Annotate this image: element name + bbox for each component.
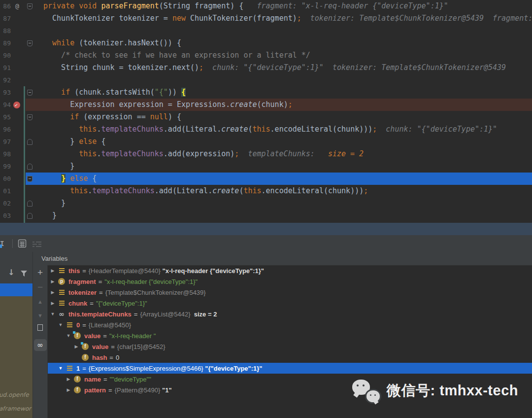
expand-arrow-icon[interactable]: ▼	[57, 366, 65, 371]
code-line[interactable]: 87 ChunkTokenizer tokenizer = new ChunkT…	[0, 12, 532, 25]
code-line-body[interactable]: } else {	[26, 136, 532, 148]
variable-row[interactable]: ▶fvalue={char[15]@5452}	[48, 341, 532, 352]
expand-arrow-icon[interactable]: ▶	[65, 387, 72, 392]
code-segment: Expression expression = Expressions.	[43, 100, 230, 109]
library-frames-block[interactable]	[0, 296, 33, 418]
frame-row-selected[interactable]	[0, 283, 33, 296]
fold-marker-icon[interactable]	[27, 201, 33, 207]
breakpoint-icon[interactable]	[13, 102, 20, 108]
equals-sign: =	[82, 365, 86, 372]
code-line[interactable]: 91 String chunk = tokenizer.next();chunk…	[0, 62, 532, 74]
field-bars-icon	[59, 268, 65, 273]
code-line-body[interactable]: if (chunk.startsWith("{")) {	[26, 86, 532, 99]
code-line-body[interactable]: } else {	[26, 173, 532, 185]
frame-text-clipped: ud.openfe	[0, 391, 33, 399]
code-line[interactable]: 99 }	[0, 160, 532, 173]
code-line[interactable]: 95 if (expression == null) {	[0, 111, 532, 123]
filter-funnel-icon[interactable]	[21, 270, 27, 279]
code-line-body[interactable]: if (expression == null) {	[26, 111, 532, 123]
code-line[interactable]: 97 } else {	[0, 136, 532, 148]
code-line[interactable]: 92	[0, 74, 532, 86]
expand-arrow-icon[interactable]: ▼	[65, 333, 72, 338]
code-line-body[interactable]: Expression expression = Expressions.crea…	[26, 99, 532, 111]
code-editor[interactable]: 86@private void parseFragment(String fra…	[0, 0, 532, 223]
expand-arrow-icon[interactable]: ▶	[49, 279, 57, 284]
code-line-body[interactable]: /* check to see if we have an expression…	[26, 49, 532, 62]
splitter[interactable]	[0, 223, 532, 235]
code-line-body[interactable]: ChunkTokenizer tokenizer = new ChunkToke…	[26, 12, 532, 25]
variable-row[interactable]: ▼∞this.templateChunks={ArrayList@5442} s…	[48, 309, 532, 319]
sort-down-icon[interactable]: ↓	[8, 268, 14, 278]
fold-marker-icon[interactable]	[27, 40, 33, 46]
line-number: 93	[0, 86, 11, 99]
expand-arrow-icon[interactable]: ▶	[49, 268, 57, 273]
text-cursor-icon[interactable]: I	[0, 239, 7, 248]
variable-name: this.templateChunks	[68, 311, 132, 318]
code-line[interactable]: 89 while (tokenizer.hasNext()) {	[0, 37, 532, 49]
code-line-body[interactable]: this.templateChunks.add(Literal.create(t…	[26, 123, 532, 136]
fold-marker-icon[interactable]	[27, 3, 33, 9]
expand-arrow-icon[interactable]: ▼	[57, 322, 65, 327]
variable-value: "1"	[162, 386, 172, 394]
code-line[interactable]: 01 this.templateChunks.add(Literal.creat…	[0, 185, 532, 197]
line-number: 90	[0, 49, 11, 62]
fold-marker-icon[interactable]	[27, 90, 33, 96]
variable-row[interactable]: ▶chunk="{"deviceType":1}"	[48, 298, 532, 309]
variable-row[interactable]: ▼0={Literal@5450}	[48, 319, 532, 330]
code-segment: ;	[199, 63, 203, 72]
variable-row[interactable]: ▶this={HeaderTemplate@5440} "x-l-req-hea…	[48, 265, 532, 276]
code-line-body[interactable]: while (tokenizer.hasNext()) {	[26, 37, 532, 49]
variable-row[interactable]: ▼1={Expressions$SimpleExpression@5466} "…	[48, 363, 532, 374]
code-line[interactable]: 96 this.templateChunks.add(Literal.creat…	[0, 123, 532, 136]
gutter-cell: 01	[0, 185, 26, 197]
show-watches-button[interactable]: ∞	[33, 339, 47, 351]
code-line[interactable]: 86@private void parseFragment(String fra…	[0, 0, 532, 12]
line-number: 96	[0, 123, 11, 136]
layout-settings-icon[interactable]	[33, 241, 42, 249]
expand-arrow-icon[interactable]: ▼	[49, 312, 57, 316]
code-line-body[interactable]: }	[26, 197, 532, 209]
code-line-body[interactable]: String chunk = tokenizer.next();chunk: "…	[26, 62, 532, 74]
variable-row[interactable]: ▼fvalue="x-l-req-header "	[48, 330, 532, 341]
code-line[interactable]: 88	[0, 25, 532, 37]
fold-marker-icon[interactable]	[27, 176, 33, 182]
evaluate-expression-icon[interactable]	[18, 239, 27, 250]
frames-panel[interactable]: ↓ ud.openfe aframewor	[0, 265, 33, 418]
code-line[interactable]: 02 }	[0, 197, 532, 209]
expand-arrow-icon[interactable]: ▶	[65, 377, 72, 382]
variable-name: pattern	[84, 386, 106, 394]
fold-marker-icon[interactable]	[27, 139, 33, 145]
remove-watch-button[interactable]: −	[33, 282, 47, 293]
fold-marker-icon[interactable]	[27, 213, 33, 219]
code-line[interactable]: 00 } else {	[0, 173, 532, 185]
field-icon: f	[80, 354, 90, 361]
code-line-body[interactable]: this.templateChunks.add(Literal.create(t…	[26, 185, 532, 197]
code-line-body[interactable]	[26, 25, 532, 37]
move-down-button[interactable]: ▼	[33, 313, 47, 318]
variable-row[interactable]: ▶pfragment="x-l-req-header {"deviceType"…	[48, 276, 532, 287]
fold-marker-icon[interactable]	[27, 114, 33, 120]
variable-row[interactable]: ▶tokenizer={Template$ChunkTokenizer@5439…	[48, 287, 532, 298]
expand-arrow-icon[interactable]: ▶	[72, 344, 80, 349]
expand-arrow-icon[interactable]: ▶	[49, 290, 57, 295]
line-number: 87	[0, 12, 11, 25]
code-line[interactable]: 03 }	[0, 209, 532, 222]
code-line-body[interactable]: }	[26, 209, 532, 222]
code-segment: .add(expression)	[164, 149, 235, 158]
expand-arrow-icon[interactable]: ▶	[49, 301, 57, 306]
code-line-body[interactable]: }	[26, 160, 532, 173]
code-line-body[interactable]: this.templateChunks.add(expression);temp…	[26, 148, 532, 160]
code-line[interactable]: 98 this.templateChunks.add(expression);t…	[0, 148, 532, 160]
code-line[interactable]: 90 /* check to see if we have an express…	[0, 49, 532, 62]
line-number: 91	[0, 62, 11, 74]
code-line-body[interactable]: private void parseFragment(String fragme…	[26, 0, 532, 12]
variable-row[interactable]: fhash=0	[48, 352, 532, 363]
code-line[interactable]: 94 Expression expression = Expressions.c…	[0, 99, 532, 111]
add-watch-button[interactable]: +	[33, 267, 47, 278]
fold-marker-icon[interactable]	[27, 164, 33, 170]
copy-value-button[interactable]	[33, 324, 47, 333]
code-line-body[interactable]	[26, 74, 532, 86]
move-up-button[interactable]: ▲	[33, 299, 47, 305]
watches-icon: ∞	[34, 339, 47, 351]
code-line[interactable]: 93 if (chunk.startsWith("{")) {	[0, 86, 532, 99]
